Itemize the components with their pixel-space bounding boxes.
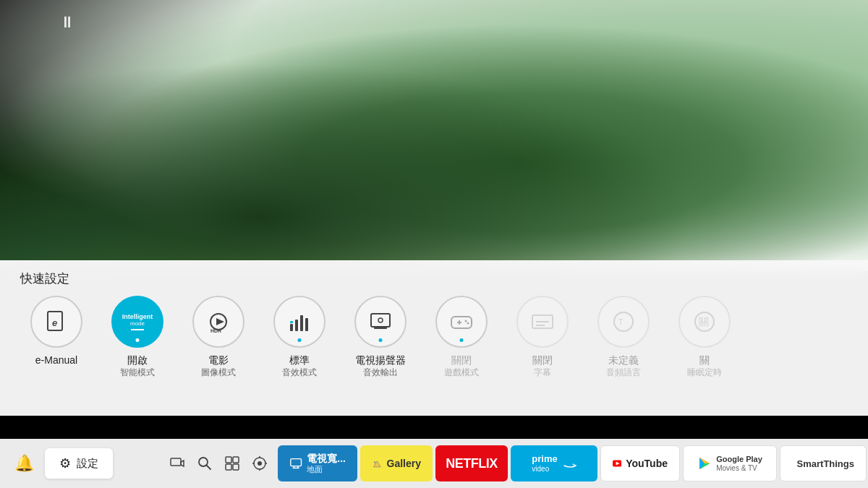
- qs-icon-movie: HDR: [192, 296, 244, 348]
- svg-point-17: [467, 322, 469, 325]
- qs-label-sleep-main: 關: [699, 354, 710, 367]
- svg-text:e: e: [52, 317, 57, 328]
- qs-label-standard-main: 標準: [289, 354, 310, 367]
- qs-label-sleep-sub: 睡眠定時: [687, 367, 722, 379]
- taskbar: 🔔 ⚙ 設定: [0, 439, 868, 488]
- app-smartthings-label: SmartThings: [797, 458, 854, 469]
- svg-point-16: [465, 320, 467, 322]
- app-prime-label2: video: [532, 465, 549, 473]
- qs-label-tvspeaker-main: 電視揚聲器: [355, 354, 406, 367]
- svg-point-21: [614, 312, 633, 331]
- taskbar-icons: [159, 455, 278, 471]
- app-youtube-label: YouTube: [626, 458, 668, 469]
- svg-rect-8: [305, 318, 308, 331]
- qs-label-emanual-main: e-Manual: [35, 354, 77, 367]
- svg-rect-38: [291, 459, 302, 466]
- bell-button[interactable]: 🔔: [9, 448, 39, 479]
- svg-rect-30: [226, 464, 231, 470]
- qs-item-tvspeaker[interactable]: 電視揚聲器 音效輸出: [344, 296, 417, 379]
- qs-item-gamemode[interactable]: 關閉 遊戲模式: [425, 296, 498, 379]
- qs-item-audiolang[interactable]: T 未定義 音頻語言: [587, 296, 660, 379]
- qs-item-sleep[interactable]: 關 關 睡眠定時: [668, 296, 741, 379]
- svg-point-12: [378, 318, 383, 322]
- svg-text:HDR: HDR: [210, 328, 221, 333]
- svg-rect-11: [374, 327, 387, 329]
- app-netflix-label: NETFLIX: [446, 456, 498, 471]
- ambient-icon[interactable]: [252, 455, 268, 471]
- app-bar: 電視寬... 地面 Gallery NETFLIX prime video: [278, 445, 868, 481]
- app-tv-label: 電視寬...: [307, 453, 346, 464]
- svg-line-27: [207, 466, 211, 470]
- qs-label-subtitle-sub: 字幕: [534, 367, 551, 379]
- qs-icon-emanual: e: [30, 296, 82, 348]
- svg-point-33: [258, 461, 262, 466]
- pause-icon[interactable]: ⏸: [59, 13, 75, 32]
- app-smartthings[interactable]: SmartThings: [780, 445, 867, 481]
- qs-icon-sleep: 關: [678, 296, 731, 348]
- qs-icon-tvspeaker: [354, 296, 407, 348]
- taskbar-left: 🔔 ⚙ 設定: [0, 448, 159, 479]
- qs-label-movie-main: 電影: [208, 354, 229, 367]
- app-gallery-label: Gallery: [387, 458, 421, 469]
- qs-label-audiolang-main: 未定義: [608, 354, 639, 367]
- quick-settings-items: e e-Manual Intelligent mode 開啟 智能模式: [0, 293, 868, 382]
- app-gallery[interactable]: Gallery: [360, 445, 433, 481]
- svg-text:關: 關: [699, 316, 709, 328]
- settings-label: 設定: [77, 457, 98, 471]
- qs-icon-subtitle: [516, 296, 569, 348]
- qs-label-audiolang-sub: 音頻語言: [606, 367, 641, 379]
- background-area: ⏸: [0, 0, 868, 271]
- qs-item-movie[interactable]: HDR 電影 圖像模式: [182, 296, 255, 379]
- svg-rect-10: [371, 314, 390, 327]
- qs-icon-audiolang: T: [597, 296, 650, 348]
- app-prime[interactable]: prime video: [511, 445, 597, 481]
- qs-item-standard[interactable]: 標準 音效模式: [263, 296, 336, 379]
- qs-label-subtitle-main: 關閉: [532, 354, 553, 367]
- svg-rect-28: [226, 457, 231, 463]
- qs-label-standard-sub: 音效模式: [282, 367, 317, 379]
- app-tv-sublabel: 地面: [307, 465, 323, 474]
- source-icon[interactable]: [169, 455, 185, 471]
- svg-rect-7: [300, 315, 303, 331]
- qs-icon-intelligent: Intelligent mode: [111, 296, 163, 348]
- app-netflix[interactable]: NETFLIX: [435, 445, 508, 481]
- svg-rect-29: [233, 457, 239, 463]
- app-googleplay[interactable]: Google Play Movies & TV: [683, 445, 777, 481]
- quick-settings-panel: 快速設定 e e-Manual Intelligent mode: [0, 260, 868, 416]
- qs-label-movie-sub: 圖像模式: [201, 367, 236, 379]
- qs-label-gamemode-main: 關閉: [451, 354, 472, 367]
- svg-text:T: T: [618, 318, 623, 326]
- apps-icon[interactable]: [224, 455, 240, 471]
- qs-icon-gamemode: [435, 296, 488, 348]
- qs-item-emanual[interactable]: e e-Manual: [20, 296, 93, 367]
- svg-rect-31: [233, 464, 239, 470]
- svg-rect-5: [290, 324, 293, 331]
- app-youtube[interactable]: YouTube: [600, 445, 680, 481]
- quick-settings-title: 快速設定: [0, 260, 868, 293]
- qs-label-tvspeaker-sub: 音效輸出: [363, 367, 398, 379]
- svg-point-44: [374, 461, 375, 463]
- gear-icon: ⚙: [59, 455, 71, 471]
- qs-item-subtitle[interactable]: 關閉 字幕: [506, 296, 579, 379]
- app-tv[interactable]: 電視寬... 地面: [278, 445, 357, 481]
- svg-rect-6: [295, 320, 298, 331]
- qs-label-gamemode-sub: 遊戲模式: [444, 367, 479, 379]
- qs-label-intelligent-sub: 智能模式: [120, 367, 155, 379]
- qs-item-intelligent[interactable]: Intelligent mode 開啟 智能模式: [101, 296, 174, 379]
- svg-rect-9: [290, 321, 293, 323]
- app-prime-label1: prime: [532, 454, 557, 464]
- app-googleplay-label1: Google Play: [716, 455, 762, 463]
- qs-label-intelligent-main: 開啟: [127, 354, 148, 367]
- svg-marker-3: [216, 318, 224, 325]
- svg-rect-25: [171, 458, 181, 466]
- app-googleplay-label2: Movies & TV: [716, 464, 757, 472]
- settings-button[interactable]: ⚙ 設定: [45, 448, 113, 479]
- qs-icon-standard: [273, 296, 326, 348]
- search-icon[interactable]: [197, 455, 213, 471]
- earth-image: [0, 0, 868, 271]
